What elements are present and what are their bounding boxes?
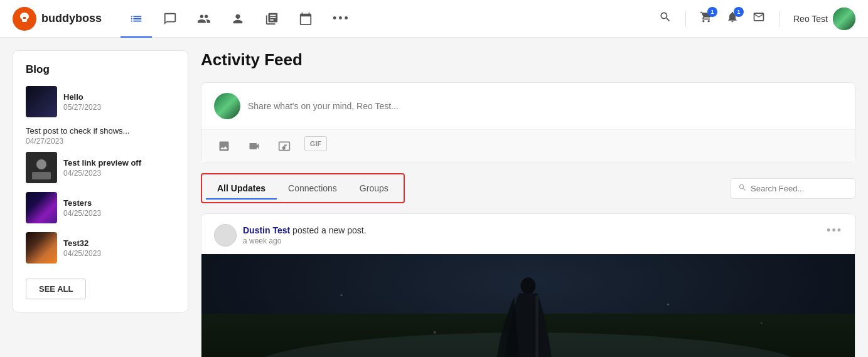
svg-point-10 [667,304,669,306]
post-author: Dustin Test posted a new post. a week ag… [214,224,367,247]
post-author-name: Dustin Test posted a new post. [243,225,367,235]
post-author-strong[interactable]: Dustin Test [243,225,290,235]
messages-button[interactable] [749,8,769,29]
svg-point-8 [341,294,343,296]
post-composer: GIF [201,82,855,163]
svg-point-9 [434,331,436,334]
blog-item-test32[interactable]: Test32 04/25/2023 [26,232,175,264]
blog-thumb-testers [26,192,57,223]
composer-avatar [214,93,240,119]
sidebar-title: Blog [26,63,175,76]
blog-text-item[interactable]: Test post to check if shows... 04/27/202… [26,126,175,146]
page-title: Activity Feed [201,50,855,70]
post-time: a week ago [243,237,367,245]
blog-thumb-test32 [26,232,57,264]
blog-date-hello: 05/27/2023 [63,103,101,112]
blog-date-link: 04/25/2023 [63,169,141,178]
post-author-avatar [214,224,237,247]
blog-title-hello: Hello [63,92,101,102]
svg-point-11 [761,322,763,324]
post-action-text: posted a new post. [292,225,367,235]
main-layout: Blog Hello 05/27/2023 Test post to check… [0,38,868,357]
feed-search-icon [738,183,747,194]
nav-activity-feed[interactable] [121,7,152,31]
blog-title-link: Test link preview off [63,158,141,168]
tab-connections[interactable]: Connections [277,177,348,200]
post-author-info: Dustin Test posted a new post. a week ag… [243,225,367,245]
post-card: Dustin Test posted a new post. a week ag… [201,213,855,357]
photo-action-button[interactable] [214,136,234,156]
media-action-button[interactable] [274,136,294,156]
blog-item-link[interactable]: Test link preview off 04/25/2023 [26,152,175,183]
nav-chat[interactable] [154,7,186,31]
blog-title-test32: Test32 [63,238,101,248]
brand-logo-icon [13,7,36,31]
blog-item-hello[interactable]: Hello 05/27/2023 [26,86,175,117]
blog-info-hello: Hello 05/27/2023 [63,92,101,112]
blog-thumb-hello [26,86,57,117]
sidebar: Blog Hello 05/27/2023 Test post to check… [13,50,188,312]
post-image [201,254,855,357]
blog-sidebar-card: Blog Hello 05/27/2023 Test post to check… [13,50,188,312]
feed-tabs-row: All Updates Connections Groups [201,173,855,203]
svg-rect-7 [535,295,538,357]
brand[interactable]: buddyboss [13,7,102,31]
nav-library[interactable] [256,7,287,31]
user-menu[interactable]: Reo Test [793,8,855,30]
brand-name: buddyboss [41,12,102,25]
nav-divider-2 [779,11,780,26]
blog-info-test32: Test32 04/25/2023 [63,238,101,258]
navbar: buddyboss ••• 1 [0,0,868,38]
notifications-badge: 1 [734,7,744,17]
blog-text-date: 04/27/2023 [26,137,175,146]
content-area: Activity Feed GIF [201,50,855,357]
nav-calendar[interactable] [290,7,321,31]
user-avatar [833,8,855,30]
tab-all-updates[interactable]: All Updates [206,177,277,200]
nav-members[interactable] [222,7,254,31]
cart-button[interactable]: 1 [696,8,716,29]
svg-point-1 [36,159,46,169]
blog-item-testers[interactable]: Testers 04/25/2023 [26,192,175,223]
blog-date-test32: 04/25/2023 [63,249,101,258]
see-all-button[interactable]: SEE ALL [26,279,86,299]
composer-input[interactable] [248,101,842,111]
user-name: Reo Test [793,14,828,24]
feed-tabs: All Updates Connections Groups [201,173,405,203]
nav-more[interactable]: ••• [324,7,359,30]
blog-info-testers: Testers 04/25/2023 [63,198,101,218]
svg-point-6 [521,277,536,294]
blog-info-link: Test link preview off 04/25/2023 [63,158,141,178]
nav-divider [685,11,686,26]
feed-search-input[interactable] [751,184,847,193]
gif-action-button[interactable]: GIF [304,136,327,151]
svg-rect-2 [32,172,51,179]
nav-right-actions: 1 1 Reo Test [655,8,855,30]
post-menu-button[interactable]: ••• [827,224,842,237]
video-action-button[interactable] [244,136,264,156]
nav-groups[interactable] [188,7,220,31]
blog-date-testers: 04/25/2023 [63,209,101,218]
avatar-image [833,8,855,30]
composer-actions: GIF [201,129,855,163]
blog-thumb-link [26,152,57,183]
notifications-button[interactable]: 1 [722,8,742,29]
post-header: Dustin Test posted a new post. a week ag… [201,214,855,254]
composer-top [201,83,855,129]
feed-search-box [730,178,855,199]
tab-groups[interactable]: Groups [348,177,400,200]
nav-icons: ••• [121,7,655,31]
search-button[interactable] [655,8,675,29]
blog-title-testers: Testers [63,198,101,208]
cart-badge: 1 [707,7,717,17]
blog-text-title: Test post to check if shows... [26,126,175,136]
